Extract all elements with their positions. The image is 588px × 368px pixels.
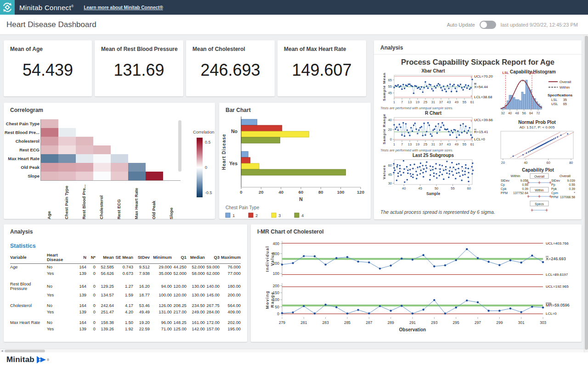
svg-text:30: 30 bbox=[388, 181, 392, 185]
panel-title: Analysis bbox=[10, 229, 33, 235]
statistics-heading[interactable]: Statistics bbox=[10, 243, 36, 249]
correlogram-scrollbar[interactable] bbox=[178, 120, 181, 172]
heatmap-cell[interactable] bbox=[58, 163, 76, 172]
heatmap-cell[interactable] bbox=[111, 154, 128, 163]
heatmap-cell[interactable] bbox=[58, 154, 76, 163]
svg-text:40: 40 bbox=[524, 161, 527, 165]
svg-text:19: 19 bbox=[416, 142, 419, 146]
svg-text:55: 55 bbox=[463, 142, 466, 146]
vertical-scroll-thumb[interactable] bbox=[585, 36, 588, 350]
vertical-scrollbar[interactable] bbox=[584, 35, 588, 352]
heatmap-cell[interactable] bbox=[128, 172, 146, 180]
stats-cell: 0 bbox=[86, 270, 96, 277]
heatmap-cell[interactable] bbox=[41, 145, 58, 154]
heatmap-cell[interactable] bbox=[93, 154, 111, 163]
svg-text:Xbar Chart: Xbar Chart bbox=[421, 69, 445, 73]
horizontal-scrollbar[interactable]: ◄ bbox=[0, 349, 588, 352]
heatmap-cell[interactable] bbox=[41, 163, 58, 172]
svg-text:Chest Pain Type: Chest Pain Type bbox=[226, 205, 260, 210]
stats-cell: 18.77 bbox=[133, 292, 150, 298]
stats-cell: 0 bbox=[86, 319, 96, 326]
heatmap-col-label: Chest Pain Type bbox=[64, 184, 69, 219]
stats-cell: 284.00 bbox=[205, 309, 220, 315]
heatmap-cell[interactable] bbox=[41, 154, 58, 163]
heatmap-cell[interactable] bbox=[58, 137, 76, 145]
heatmap-cell[interactable] bbox=[76, 154, 93, 163]
svg-text:65: 65 bbox=[388, 78, 392, 82]
heatmap-col-label: Slope bbox=[169, 184, 174, 219]
heatmap-cell[interactable] bbox=[41, 172, 58, 180]
stats-cell: 1.92 bbox=[114, 326, 133, 332]
svg-text:100: 100 bbox=[273, 297, 279, 302]
heatmap-cell[interactable] bbox=[76, 145, 93, 154]
svg-text:0.39: 0.39 bbox=[522, 187, 528, 190]
svg-text:60: 60 bbox=[547, 161, 550, 165]
heatmap-cell[interactable] bbox=[58, 128, 76, 137]
svg-text:303: 303 bbox=[540, 320, 546, 325]
heatmap-cell[interactable] bbox=[41, 119, 58, 128]
heatmap-cell[interactable] bbox=[146, 172, 163, 180]
svg-text:49: 49 bbox=[455, 142, 458, 146]
svg-text:45: 45 bbox=[388, 91, 392, 95]
heatmap-cell[interactable] bbox=[111, 172, 128, 180]
svg-text:2: 2 bbox=[255, 213, 258, 218]
svg-text:55: 55 bbox=[388, 84, 392, 89]
stats-cell: 0 bbox=[86, 281, 96, 292]
top-navbar: Minitab Connect® Learn more about Minita… bbox=[0, 0, 588, 15]
heatmap-cell[interactable] bbox=[41, 137, 58, 145]
svg-text:45: 45 bbox=[418, 186, 422, 190]
kpi-value: 54.439 bbox=[4, 61, 92, 80]
kpi-value: 246.693 bbox=[186, 61, 275, 80]
stats-cell: 19.20 bbox=[133, 319, 150, 326]
heatmap-cell[interactable] bbox=[93, 145, 111, 154]
svg-text:X=54.44: X=54.44 bbox=[474, 85, 488, 89]
stats-cell: 1.27 bbox=[114, 281, 133, 292]
heatmap-cell[interactable] bbox=[111, 163, 128, 172]
heatmap-cell[interactable] bbox=[76, 137, 93, 145]
analysis-statistics-panel: Analysis Statistics VariableHeart Diseas… bbox=[4, 224, 247, 342]
learn-more-link[interactable]: Learn more about Minitab Connect® bbox=[84, 5, 163, 10]
heatmap-row-label: Max Heart Rate bbox=[5, 156, 40, 161]
svg-text:MR=59.0596: MR=59.0596 bbox=[546, 303, 570, 307]
heatmap-cell[interactable] bbox=[93, 163, 111, 172]
stats-cell: 22.59 bbox=[133, 326, 150, 332]
heatmap-cell[interactable] bbox=[93, 172, 111, 180]
heatmap-cell[interactable] bbox=[76, 163, 93, 172]
svg-text:50: 50 bbox=[435, 186, 438, 190]
svg-text:279: 279 bbox=[279, 320, 285, 325]
svg-text:56: 56 bbox=[522, 111, 526, 115]
stats-cell: Max Heart Rate bbox=[10, 319, 47, 326]
heatmap-cell[interactable] bbox=[58, 172, 76, 180]
heatmap-row-label: Chest Pain Type bbox=[5, 121, 40, 126]
heatmap-cell[interactable] bbox=[41, 128, 58, 137]
svg-text:20: 20 bbox=[501, 161, 505, 165]
heatmap-cell[interactable] bbox=[58, 145, 76, 154]
svg-text:0.55: 0.55 bbox=[569, 183, 575, 186]
stats-cell bbox=[10, 326, 47, 332]
auto-update-toggle[interactable] bbox=[480, 21, 496, 29]
stats-cell: 9.512 bbox=[133, 264, 150, 271]
kpi-card-mean-cholesterol: Mean of Cholesterol 246.693 bbox=[186, 40, 275, 96]
stats-cell: 4.17 bbox=[114, 302, 133, 309]
svg-text:289: 289 bbox=[388, 320, 394, 325]
svg-text:285: 285 bbox=[344, 320, 351, 325]
svg-text:20: 20 bbox=[259, 190, 264, 195]
svg-text:37: 37 bbox=[439, 142, 443, 146]
stats-column-header: Q1 bbox=[172, 252, 187, 264]
svg-text:Cpk: Cpk bbox=[501, 187, 507, 191]
stats-cell: Yes bbox=[47, 326, 74, 332]
heatmap-cell[interactable] bbox=[76, 172, 93, 180]
kpi-title: Mean of Age bbox=[10, 46, 43, 52]
heatmap-cell[interactable] bbox=[128, 163, 146, 172]
header-controls: Auto Update last updated 9/20/22, 12:45:… bbox=[447, 15, 578, 35]
stats-header-row: VariableHeart DiseaseNN*MeanSE MeanStDev… bbox=[10, 252, 241, 264]
minitab-connect-logo-icon[interactable] bbox=[0, 0, 15, 15]
page: Minitab Connect® Learn more about Minita… bbox=[0, 0, 588, 368]
svg-text:281: 281 bbox=[300, 320, 307, 325]
stats-cell: 7.938 bbox=[133, 270, 150, 277]
svg-text:Specs: Specs bbox=[535, 202, 544, 206]
kpi-title: Mean of Cholesterol bbox=[192, 46, 245, 52]
svg-text:AD: 1.517, P: < 0.005: AD: 1.517, P: < 0.005 bbox=[520, 125, 555, 129]
svg-text:Within: Within bbox=[511, 174, 520, 178]
footer: Minitab ® bbox=[0, 352, 588, 368]
